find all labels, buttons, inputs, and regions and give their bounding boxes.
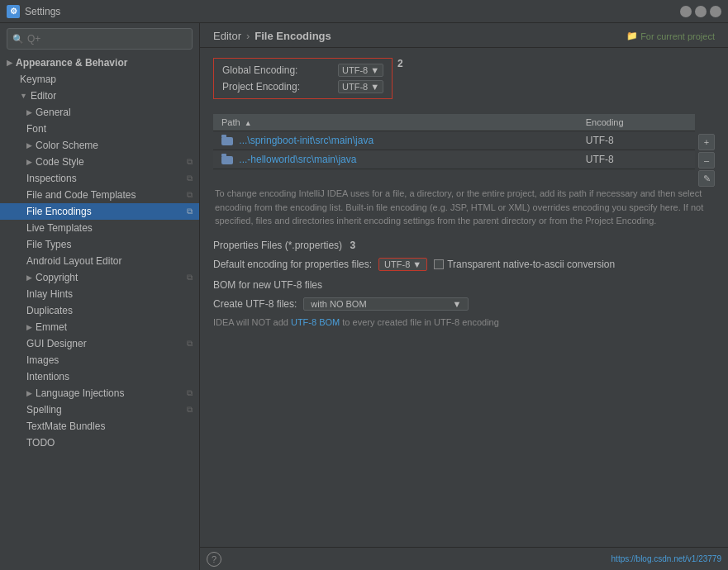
properties-section: Properties Files (*.properties) 3 Defaul…	[213, 240, 715, 271]
search-box[interactable]: 🔍	[7, 28, 193, 50]
path-cell: ...​\springboot-init\src\main\java	[213, 131, 578, 150]
sidebar-label: TextMate Bundles	[26, 420, 105, 432]
sidebar-label: Language Injections	[36, 387, 124, 399]
app-icon-letter: ⚙	[10, 7, 17, 16]
help-icon: ?	[212, 554, 216, 564]
sidebar-item-android-layout-editor[interactable]: Android Layout Editor	[0, 253, 199, 269]
path-value: ...​\springboot-init\src\main\java	[239, 135, 374, 146]
encoding-cell: UTF-8	[578, 131, 695, 150]
sidebar-label: Android Layout Editor	[26, 255, 121, 267]
folder-icon	[221, 137, 233, 145]
sidebar-label: Font	[26, 123, 46, 135]
dropdown-arrow-icon: ▼	[370, 82, 379, 92]
sidebar-item-intentions[interactable]: Intentions	[0, 368, 199, 385]
sidebar-item-todo[interactable]: TODO	[0, 435, 199, 451]
project-encoding-value: UTF-8	[342, 82, 368, 92]
sidebar-item-spelling[interactable]: Spelling ⧉	[0, 401, 199, 418]
sidebar-label: TODO	[26, 437, 55, 449]
sidebar-label: Inspections	[26, 173, 77, 184]
global-encoding-select[interactable]: UTF-8 ▼	[338, 64, 383, 77]
file-encodings-table: Path ▲ Encoding	[213, 114, 695, 169]
sidebar-item-keymap[interactable]: Keymap	[0, 71, 199, 88]
project-encoding-row: Project Encoding: UTF-8 ▼	[222, 80, 383, 93]
table-row: ...-helloworld\src\main\java UTF-8	[213, 150, 695, 169]
sidebar-label: Editor	[31, 90, 56, 102]
sidebar-item-appearance-behavior[interactable]: ▶ Appearance & Behavior	[0, 55, 199, 71]
project-encoding-select[interactable]: UTF-8 ▼	[338, 80, 383, 93]
bom-link[interactable]: UTF-8 BOM	[291, 317, 340, 327]
table-wrapper: Path ▲ Encoding	[213, 114, 715, 187]
minimize-button[interactable]	[680, 6, 692, 17]
maximize-button[interactable]	[695, 6, 707, 17]
info-description: To change encoding IntelliJ IDEA uses fo…	[213, 187, 715, 228]
sidebar-item-gui-designer[interactable]: GUI Designer ⧉	[0, 335, 199, 352]
sidebar-item-images[interactable]: Images	[0, 352, 199, 368]
col-encoding: Encoding	[578, 114, 695, 131]
copy-icon: ⧉	[187, 173, 193, 183]
triangle-icon: ▶	[26, 323, 32, 331]
sidebar-label: Spelling	[26, 404, 62, 416]
project-icon: 📁	[626, 31, 638, 41]
sidebar-label: Images	[26, 354, 59, 366]
sidebar-label: File and Code Templates	[26, 189, 136, 201]
transparent-conversion-label: Transparent native-to-ascii conversion	[447, 259, 615, 270]
sidebar-label: Keymap	[20, 74, 56, 85]
properties-encoding-select[interactable]: UTF-8 ▼	[378, 258, 427, 271]
sidebar-item-emmet[interactable]: ▶ Emmet	[0, 319, 199, 335]
close-button[interactable]	[710, 6, 721, 17]
marker-2: 2	[397, 58, 403, 69]
sort-icon: ▲	[245, 119, 252, 127]
search-input[interactable]	[27, 33, 187, 45]
copy-icon: ⧉	[187, 405, 193, 415]
sidebar-item-general[interactable]: ▶ General	[0, 104, 199, 121]
table-row: ...​\springboot-init\src\main\java UTF-8	[213, 131, 695, 150]
sidebar-item-editor[interactable]: ▼ Editor	[0, 88, 199, 104]
sidebar-item-language-injections[interactable]: ▶ Language Injections ⧉	[0, 385, 199, 401]
bom-create-select[interactable]: with NO BOM ▼	[303, 297, 469, 311]
sidebar-item-inspections[interactable]: Inspections ⧉	[0, 170, 199, 187]
content-body: Global Encoding: UTF-8 ▼ Project Encodin…	[200, 48, 728, 547]
sidebar-label: Intentions	[26, 371, 69, 382]
sidebar-item-color-scheme[interactable]: ▶ Color Scheme	[0, 137, 199, 154]
sidebar-item-duplicates[interactable]: Duplicates	[0, 302, 199, 319]
global-encoding-value: UTF-8	[342, 65, 368, 75]
sidebar-item-file-code-templates[interactable]: File and Code Templates ⧉	[0, 187, 199, 203]
sidebar-label: General	[36, 107, 71, 118]
breadcrumb-parent: Editor	[213, 30, 241, 42]
properties-section-title: Properties Files (*.properties) 3	[213, 240, 715, 251]
sidebar: 🔍 ▶ Appearance & Behavior Keymap ▼ Edito…	[0, 23, 200, 570]
copy-icon: ⧉	[187, 273, 193, 283]
bom-idea-note: IDEA will NOT add UTF-8 BOM to every cre…	[213, 317, 715, 327]
url-text: https://blog.csdn.net/v1/23779	[611, 554, 721, 563]
sidebar-label: Code Style	[36, 156, 84, 168]
help-button[interactable]: ?	[207, 552, 221, 567]
sidebar-item-code-style[interactable]: ▶ Code Style ⧉	[0, 154, 199, 170]
triangle-icon: ▶	[26, 273, 32, 282]
main-container: 🔍 ▶ Appearance & Behavior Keymap ▼ Edito…	[0, 23, 728, 570]
sidebar-label: File Types	[26, 239, 71, 250]
sidebar-list: ▶ Appearance & Behavior Keymap ▼ Editor …	[0, 55, 199, 570]
col-path: Path ▲	[213, 114, 578, 131]
sidebar-item-copyright[interactable]: ▶ Copyright ⧉	[0, 269, 199, 286]
bottom-bar: ? https://blog.csdn.net/v1/23779	[200, 547, 728, 570]
content-header: Editor › File Encodings 📁 For current pr…	[200, 23, 728, 48]
project-encoding-label: Project Encoding:	[222, 81, 338, 93]
bom-create-value: with NO BOM	[311, 299, 366, 309]
sidebar-label: Live Templates	[26, 222, 93, 234]
sidebar-item-file-types[interactable]: File Types	[0, 236, 199, 253]
sidebar-item-inlay-hints[interactable]: Inlay Hints	[0, 286, 199, 302]
sidebar-item-textmate-bundles[interactable]: TextMate Bundles	[0, 418, 199, 435]
sidebar-item-live-templates[interactable]: Live Templates	[0, 220, 199, 236]
sidebar-item-font[interactable]: Font	[0, 121, 199, 137]
edit-path-button[interactable]: ✎	[698, 170, 715, 187]
transparent-conversion-checkbox-area[interactable]: Transparent native-to-ascii conversion	[434, 259, 615, 270]
add-path-button[interactable]: +	[698, 134, 715, 150]
sidebar-item-file-encodings[interactable]: File Encodings ⧉	[0, 203, 199, 220]
default-encoding-row: Default encoding for properties files: U…	[213, 258, 715, 271]
for-current-project[interactable]: 📁 For current project	[626, 31, 715, 41]
transparent-conversion-checkbox[interactable]	[434, 259, 444, 269]
path-value: ...-helloworld\src\main\java	[239, 154, 356, 165]
window-controls	[680, 6, 721, 17]
remove-path-button[interactable]: –	[698, 152, 715, 169]
bom-create-label: Create UTF-8 files:	[213, 298, 297, 310]
